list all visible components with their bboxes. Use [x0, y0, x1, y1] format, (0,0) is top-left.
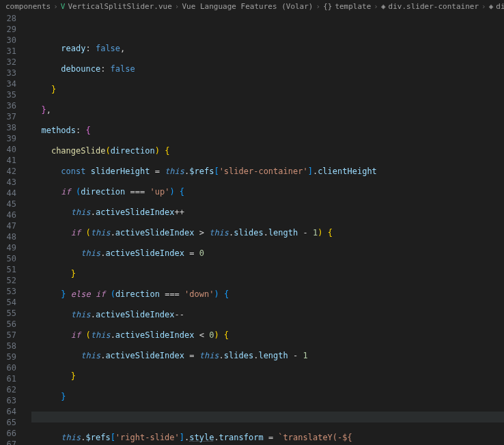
chevron-right-icon: ›: [481, 2, 486, 11]
code-token: debounce: [61, 64, 100, 74]
code-token: 'slider-container': [219, 167, 308, 176]
code-token: slides: [234, 228, 263, 238]
code-token: activeSlideIndex: [96, 310, 175, 319]
code-token: sliderHeight: [91, 167, 150, 176]
line-number-gutter: 2829303132333435363738394041424344454647…: [0, 13, 23, 443]
code-token: 0: [199, 248, 204, 258]
chevron-right-icon: ›: [175, 2, 180, 11]
breadcrumb-item[interactable]: template: [335, 2, 371, 11]
code-token: translateY(-${: [283, 433, 352, 442]
code-token: slides: [224, 351, 253, 360]
code-token: ready: [61, 44, 85, 53]
code-editor[interactable]: 2829303132333435363738394041424344454647…: [0, 13, 504, 443]
code-token: changeSlide: [51, 146, 105, 156]
breadcrumb-item[interactable]: VerticalSplitSlider.vue: [68, 2, 171, 11]
code-token: activeSlideIndex: [115, 330, 195, 340]
code-token: activeSlideIndex: [96, 207, 175, 217]
code-token: const: [61, 167, 85, 176]
code-content[interactable]: ready: false, debounce: false } }, metho…: [31, 13, 504, 443]
fold-gutter[interactable]: [23, 13, 31, 443]
code-token: 'right-slide': [115, 433, 180, 442]
code-token: style: [189, 433, 214, 442]
code-token: 'up': [150, 187, 169, 197]
chevron-right-icon: ›: [53, 2, 58, 11]
code-token: activeSlideIndex: [105, 248, 184, 258]
code-token: activeSlideIndex: [115, 228, 195, 238]
braces-icon: {}: [323, 2, 332, 11]
code-token: false: [111, 64, 135, 74]
vue-icon: V: [61, 2, 66, 11]
tag-icon: ◈: [381, 2, 386, 11]
breadcrumb-item[interactable]: components: [5, 2, 51, 11]
breadcrumb-item[interactable]: div.slider-container: [389, 2, 479, 11]
code-token: methods: [41, 126, 76, 135]
code-token: false: [96, 44, 120, 53]
breadcrumb[interactable]: components › V VerticalSplitSlider.vue ›…: [0, 0, 504, 13]
code-token: direction: [111, 146, 155, 156]
code-token: length: [268, 228, 298, 238]
chevron-right-icon: ›: [374, 2, 378, 11]
code-token: transform: [219, 433, 264, 442]
chevron-right-icon: ›: [316, 2, 321, 11]
code-token: length: [258, 351, 288, 360]
breadcrumb-item[interactable]: Vue Language Features (Volar): [182, 2, 313, 11]
tag-icon: ◈: [489, 2, 494, 11]
code-token: 1: [303, 351, 307, 360]
code-token: 'down': [184, 289, 214, 299]
breadcrumb-item[interactable]: div.right-slide: [496, 2, 504, 11]
code-token: clientHeight: [318, 167, 377, 176]
code-token: activeSlideIndex: [105, 351, 184, 360]
